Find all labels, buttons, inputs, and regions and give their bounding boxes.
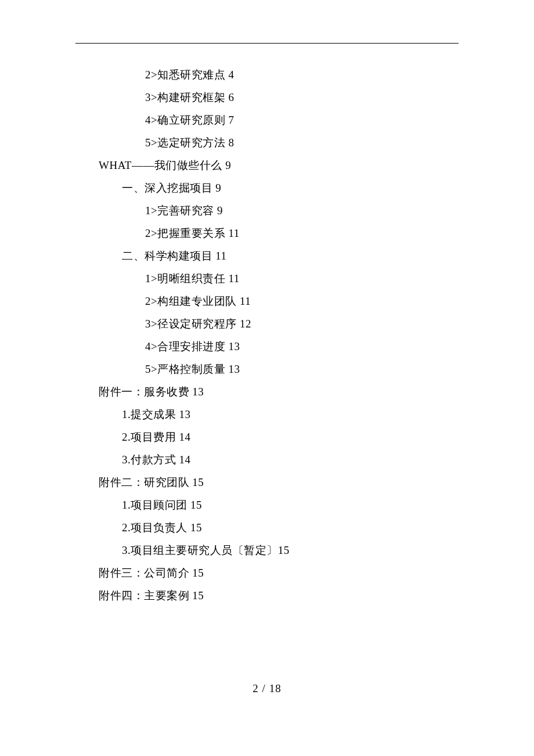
toc-entry: 一、深入挖掘项目 9 [75,177,459,199]
toc-entry: 4>确立研究原则 7 [75,109,459,131]
toc-entry: 3.付款方式 14 [75,448,459,471]
toc-entry: 附件四：主要案例 15 [75,584,459,607]
toc-entry: 1>完善研究容 9 [75,199,459,222]
toc-entry: 附件一：服务收费 13 [75,380,459,403]
page-number: 2 / 18 [0,682,534,695]
toc-entry: 2>构组建专业团队 11 [75,290,459,312]
toc-entry: 3.项目组主要研究人员〔暂定〕15 [75,539,459,561]
toc-entry: 1.项目顾问团 15 [75,494,459,516]
toc-entry: 3>径设定研究程序 12 [75,312,459,335]
toc-entry: 2>把握重要关系 11 [75,222,459,244]
toc-entry: 二、科学构建项目 11 [75,244,459,267]
toc-entry: 2>知悉研究难点 4 [75,63,459,86]
toc-entry: 3>构建研究框架 6 [75,86,459,109]
toc-entry: WHAT——我们做些什么 9 [75,154,459,177]
toc-entry: 2.项目费用 14 [75,426,459,448]
toc-entry: 2.项目负责人 15 [75,516,459,539]
toc-entry: 5>选定研究方法 8 [75,131,459,154]
toc-entry: 4>合理安排进度 13 [75,335,459,358]
toc-entry: 1>明晰组织责任 11 [75,267,459,290]
toc-entry: 附件三：公司简介 15 [75,561,459,584]
toc-entry: 1.提交成果 13 [75,403,459,426]
toc-entry: 5>严格控制质量 13 [75,358,459,380]
header-rule [75,43,459,44]
table-of-contents: 2>知悉研究难点 43>构建研究框架 64>确立研究原则 75>选定研究方法 8… [75,63,459,607]
toc-entry: 附件二：研究团队 15 [75,471,459,494]
page-content: 2>知悉研究难点 43>构建研究框架 64>确立研究原则 75>选定研究方法 8… [0,0,534,607]
